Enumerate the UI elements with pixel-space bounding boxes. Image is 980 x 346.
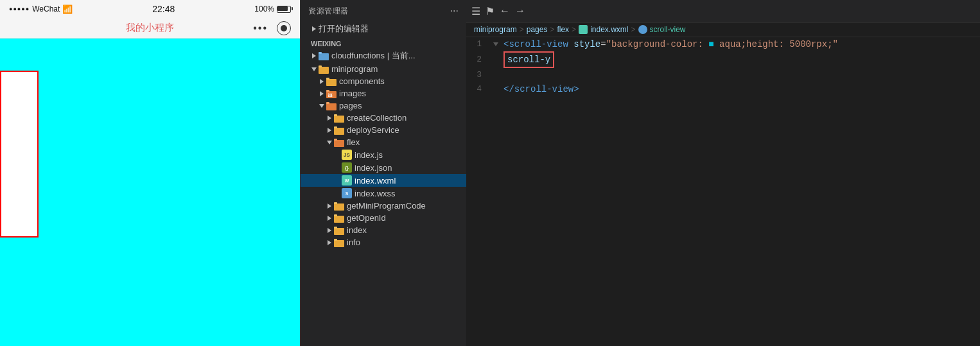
- bookmark-icon[interactable]: ⚑: [486, 5, 494, 17]
- item-label-flex: flex: [347, 137, 360, 147]
- tree-item-createCollection[interactable]: createCollection: [301, 112, 466, 124]
- folder-arrow-info: [326, 239, 333, 246]
- tree-item-images[interactable]: 🖼 images: [301, 87, 466, 99]
- svg-rect-8: [326, 90, 329, 92]
- item-label-index-js: index.js: [354, 150, 383, 160]
- folder-arrow-deployService: [326, 127, 333, 134]
- editor-tabs-bar: ☰ ⚑ ← →: [466, 0, 980, 22]
- folder-arrow-cloudfunctions: [311, 53, 317, 59]
- title-highlight: 小程序: [145, 22, 174, 33]
- item-label-getMiniProgramCode: getMiniProgramCode: [347, 201, 426, 211]
- phone-title-bar: 我的小程序 •••: [0, 18, 300, 39]
- forward-icon[interactable]: →: [515, 5, 525, 17]
- tree-item-info[interactable]: info: [301, 236, 466, 248]
- open-editors-arrow: [311, 26, 317, 32]
- tree-item-getMiniProgramCode[interactable]: getMiniProgramCode: [301, 200, 466, 212]
- folder-icon-info: [334, 238, 344, 247]
- folder-icon-index: [334, 226, 344, 235]
- item-label-images: images: [339, 89, 366, 98]
- folder-arrow-createCollection: [326, 115, 333, 121]
- breadcrumb-pages[interactable]: pages: [527, 25, 548, 34]
- phone-time: 22:48: [152, 4, 175, 14]
- tree-item-deployService[interactable]: deployService: [301, 124, 466, 136]
- back-icon[interactable]: ←: [500, 5, 510, 17]
- phone-record-button[interactable]: [277, 21, 291, 35]
- folder-arrow-flex: [326, 139, 333, 146]
- breadcrumb-bar: miniprogram > pages > flex > index.wxml …: [466, 22, 980, 37]
- svg-rect-3: [319, 67, 329, 74]
- code-area: 1 <scroll-view style="background-color: …: [466, 37, 980, 346]
- breadcrumb-miniprogram[interactable]: miniprogram: [474, 25, 517, 34]
- svg-rect-16: [334, 140, 344, 147]
- line-content-4: </scroll-view>: [501, 82, 980, 96]
- attr-color-box: ■: [708, 39, 713, 49]
- svg-rect-4: [319, 65, 322, 67]
- tree-item-flex[interactable]: flex: [301, 136, 466, 148]
- svg-text:🖼: 🖼: [328, 93, 333, 98]
- line-num-4: 4: [466, 82, 492, 96]
- project-name: WEIXING: [311, 40, 342, 48]
- project-root[interactable]: WEIXING: [301, 39, 466, 49]
- tag-scroll-view-close: </scroll-view>: [503, 84, 579, 94]
- attr-eq: =: [600, 39, 606, 49]
- attr-value-bg: "background-color:: [606, 39, 709, 49]
- breadcrumb-sep-4: >: [631, 25, 635, 34]
- attr-scroll-y: scroll-y: [507, 55, 550, 65]
- collapse-1[interactable]: [492, 37, 501, 51]
- explorer-header: 资源管理器 ···: [301, 0, 466, 22]
- tree-item-index-wxml[interactable]: W index.wxml: [301, 174, 466, 187]
- svg-rect-10: [326, 103, 337, 110]
- list-icon[interactable]: ☰: [471, 5, 480, 17]
- phone-status-bar: ●●●●● WeChat 📶 22:48 100%: [0, 0, 300, 18]
- item-label-pages: pages: [339, 101, 362, 110]
- item-label-index-folder: index: [347, 225, 367, 235]
- explorer-options-button[interactable]: ···: [450, 5, 459, 17]
- title-normal: 我的: [126, 22, 145, 33]
- line-num-2: 2: [466, 53, 492, 67]
- svg-rect-6: [326, 78, 329, 80]
- attr-style: style: [573, 39, 600, 49]
- svg-rect-20: [334, 216, 344, 223]
- folder-icon-cloudfunctions: [319, 51, 329, 60]
- folder-arrow-index-folder: [326, 227, 333, 234]
- code-line-1: 1 <scroll-view style="background-color: …: [466, 37, 980, 51]
- phone-title: 我的小程序: [126, 22, 174, 34]
- attr-value-aqua: aqua;height: 5000rpx;": [714, 39, 838, 49]
- battery-icon: [277, 6, 291, 13]
- svg-rect-12: [334, 116, 344, 123]
- item-label-index-json: index.json: [354, 163, 392, 173]
- line-content-1: <scroll-view style="background-color: ■ …: [501, 37, 980, 51]
- code-line-4: 4 </scroll-view>: [466, 82, 980, 96]
- tree-item-getOpenId[interactable]: getOpenId: [301, 212, 466, 224]
- tree-item-cloudfunctions[interactable]: cloudfunctions | 当前...: [301, 49, 466, 63]
- tree-item-index-folder[interactable]: index: [301, 224, 466, 236]
- tree-item-components[interactable]: components: [301, 75, 466, 87]
- file-icon-js: JS: [342, 150, 352, 160]
- tree-item-index-wxss[interactable]: S index.wxss: [301, 187, 466, 200]
- breadcrumb-index-wxml[interactable]: index.wxml: [590, 25, 628, 34]
- phone-red-highlight-box: [0, 71, 39, 238]
- folder-icon-deployService: [334, 126, 344, 135]
- item-label-index-wxml: index.wxml: [354, 176, 396, 186]
- tree-item-miniprogram[interactable]: miniprogram: [301, 63, 466, 75]
- tree-item-index-json[interactable]: {} index.json: [301, 161, 466, 174]
- tree-item-pages[interactable]: pages: [301, 99, 466, 112]
- file-icon-wxml: W: [342, 175, 352, 186]
- folder-icon-pages: [326, 101, 337, 110]
- item-label-miniprogram: miniprogram: [331, 64, 378, 74]
- breadcrumb-sep-2: >: [550, 25, 554, 34]
- item-label-createCollection: createCollection: [347, 113, 407, 123]
- phone-record-inner: [281, 25, 287, 31]
- open-editors-section[interactable]: 打开的编辑器: [301, 22, 466, 36]
- phone-status-left: ●●●●● WeChat 📶: [9, 4, 73, 14]
- folder-arrow-pages: [319, 103, 325, 109]
- breadcrumb-sep-1: >: [520, 25, 524, 34]
- phone-content-area: [0, 39, 300, 346]
- phone-menu-dots[interactable]: •••: [253, 22, 268, 34]
- item-label-components: components: [339, 76, 385, 86]
- tree-item-index-js[interactable]: JS index.js: [301, 148, 466, 161]
- breadcrumb-scroll-view[interactable]: scroll-view: [650, 25, 686, 34]
- folder-arrow-components: [319, 78, 325, 85]
- folder-icon-flex: [334, 138, 344, 147]
- breadcrumb-flex[interactable]: flex: [557, 25, 569, 34]
